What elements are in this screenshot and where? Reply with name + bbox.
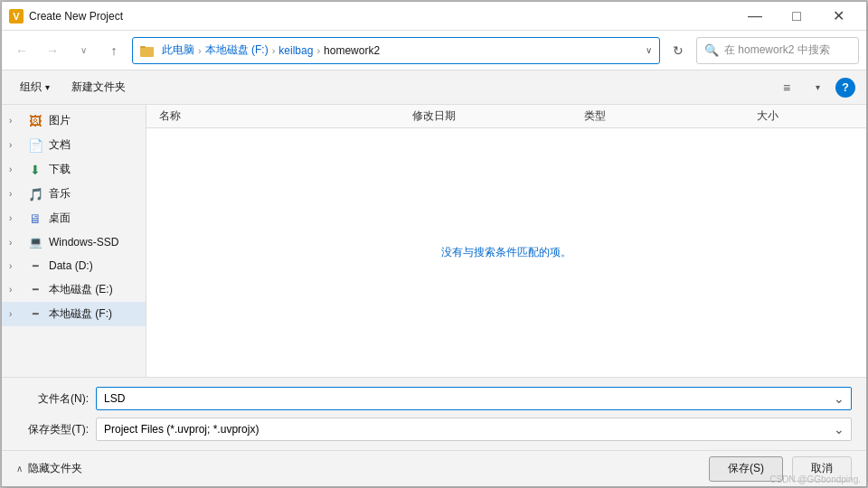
back-button[interactable]: ←	[9, 38, 34, 63]
search-box[interactable]: 🔍 在 homework2 中搜索	[696, 37, 859, 64]
expand-arrow-pictures: ›	[9, 116, 22, 126]
sidebar-label-pictures: 图片	[49, 113, 138, 128]
address-bar: ← → ∨ ↑ 此电脑 › 本地磁盘 (F:) › keilbag › home…	[2, 31, 866, 70]
toolbar-right: ≡ ▾ ?	[774, 75, 855, 100]
create-new-project-dialog: V Create New Project — □ ✕ ← → ∨ ↑ 此电脑 ›	[1, 1, 867, 487]
new-folder-button[interactable]: 新建文件夹	[64, 75, 133, 100]
search-icon: 🔍	[704, 43, 719, 57]
sidebar-item-downloads[interactable]: › ⬇ 下载	[2, 157, 146, 182]
expand-arrow-docs: ›	[9, 140, 22, 150]
expand-arrow-data-d: ›	[9, 261, 22, 271]
filetype-row: 保存类型(T): Project Files (*.uvproj; *.uvpr…	[16, 418, 852, 441]
sidebar-label-local-f: 本地磁盘 (F:)	[49, 306, 138, 322]
data-d-icon: ━	[27, 258, 43, 273]
windows-ssd-icon: 💻	[27, 235, 43, 249]
help-button[interactable]: ?	[835, 78, 855, 98]
music-icon: 🎵	[27, 187, 43, 202]
bottom-form: 文件名(N): 保存类型(T): Project Files (*.uvproj…	[2, 377, 866, 450]
local-f-icon: ━	[27, 307, 43, 322]
file-area: 名称 修改日期 类型 大小 没有与搜索条件匹配的项。	[146, 105, 866, 377]
toggle-label: 隐藏文件夹	[28, 461, 82, 476]
column-size[interactable]: 大小	[751, 105, 859, 127]
expand-arrow-downloads: ›	[9, 164, 22, 174]
column-type[interactable]: 类型	[579, 105, 751, 127]
sidebar-label-local-e: 本地磁盘 (E:)	[49, 282, 138, 297]
expand-arrow-windows-ssd: ›	[9, 238, 22, 248]
breadcrumb-homework2: homework2	[324, 44, 380, 57]
sidebar-label-windows-ssd: Windows-SSD	[49, 236, 138, 249]
filename-row: 文件名(N):	[16, 387, 852, 410]
sidebar-label-docs: 文档	[49, 137, 138, 153]
docs-icon: 📄	[27, 138, 43, 153]
expand-arrow-desktop: ›	[9, 213, 22, 223]
watermark: CSDN @GGbondping.	[769, 474, 861, 484]
sidebar-label-data-d: Data (D:)	[49, 259, 138, 272]
view-options-button[interactable]: ≡	[774, 75, 799, 100]
svg-rect-2	[140, 46, 146, 48]
sidebar-item-docs[interactable]: › 📄 文档	[2, 133, 146, 157]
toolbar: 组织 ▾ 新建文件夹 ≡ ▾ ?	[2, 70, 866, 105]
expand-arrow-local-f: ›	[9, 309, 22, 319]
sidebar-item-music[interactable]: › 🎵 音乐	[2, 182, 146, 206]
window-controls: — □ ✕	[734, 2, 859, 31]
filename-input[interactable]	[96, 387, 852, 410]
sidebar-item-pictures[interactable]: › 🖼 图片	[2, 108, 146, 133]
expand-arrow-music: ›	[9, 189, 22, 199]
minimize-button[interactable]: —	[734, 2, 776, 31]
breadcrumb-bar[interactable]: 此电脑 › 本地磁盘 (F:) › keilbag › homework2 ∨	[132, 37, 660, 64]
breadcrumb-expand[interactable]: ∨	[646, 45, 652, 55]
breadcrumb-keilbag[interactable]: keilbag	[278, 44, 313, 57]
sidebar-item-windows-ssd[interactable]: › 💻 Windows-SSD	[2, 230, 146, 254]
main-content: › 🖼 图片 › 📄 文档 › ⬇ 下载 › 🎵 音乐	[2, 105, 866, 377]
sidebar-item-local-f[interactable]: › ━ 本地磁盘 (F:)	[2, 302, 146, 326]
breadcrumb-f-drive[interactable]: 本地磁盘 (F:)	[205, 42, 269, 58]
filename-label: 文件名(N):	[16, 391, 89, 407]
file-header: 名称 修改日期 类型 大小	[146, 105, 866, 128]
maximize-button[interactable]: □	[776, 2, 817, 31]
view-dropdown-button[interactable]: ▾	[805, 75, 830, 100]
desktop-icon: 🖥	[27, 211, 43, 226]
organize-dropdown-icon: ▾	[45, 82, 50, 92]
organize-label: 组织	[20, 80, 42, 95]
dialog-title: Create New Project	[29, 10, 734, 23]
breadcrumb-pc[interactable]: 此电脑	[162, 42, 194, 58]
sidebar-label-music: 音乐	[49, 186, 138, 202]
sidebar: › 🖼 图片 › 📄 文档 › ⬇ 下载 › 🎵 音乐	[2, 105, 146, 377]
filetype-select[interactable]: Project Files (*.uvproj; *.uvprojx)	[96, 418, 852, 441]
up-button[interactable]: ↑	[101, 38, 127, 63]
sidebar-label-downloads: 下载	[49, 162, 138, 177]
search-placeholder: 在 homework2 中搜索	[724, 42, 830, 58]
toggle-hidden-folders[interactable]: ∧ 隐藏文件夹	[16, 461, 82, 476]
new-folder-label: 新建文件夹	[71, 80, 126, 95]
local-e-icon: ━	[27, 283, 43, 297]
filetype-select-wrapper: Project Files (*.uvproj; *.uvprojx)	[96, 418, 852, 441]
sidebar-item-data-d[interactable]: › ━ Data (D:)	[2, 254, 146, 277]
app-icon: V	[9, 9, 24, 23]
filename-input-wrapper	[96, 387, 852, 410]
column-name[interactable]: 名称	[154, 105, 407, 127]
sidebar-label-desktop: 桌面	[49, 211, 138, 226]
downloads-icon: ⬇	[27, 163, 43, 177]
dropdown-arrow-button[interactable]: ∨	[71, 38, 96, 63]
pictures-icon: 🖼	[27, 114, 43, 128]
file-body: 没有与搜索条件匹配的项。	[146, 128, 866, 377]
bottom-bar: ∧ 隐藏文件夹 保存(S) 取消	[2, 450, 866, 486]
organize-button[interactable]: 组织 ▾	[13, 75, 57, 100]
forward-button[interactable]: →	[40, 38, 65, 63]
column-modified[interactable]: 修改日期	[407, 105, 580, 127]
toggle-arrow: ∧	[16, 464, 23, 474]
sidebar-item-local-e[interactable]: › ━ 本地磁盘 (E:)	[2, 277, 146, 302]
filetype-label: 保存类型(T):	[16, 422, 89, 437]
sidebar-item-desktop[interactable]: › 🖥 桌面	[2, 206, 146, 230]
empty-message: 没有与搜索条件匹配的项。	[441, 245, 571, 260]
expand-arrow-local-e: ›	[9, 285, 22, 295]
folder-icon	[140, 44, 155, 57]
title-bar: V Create New Project — □ ✕	[2, 2, 866, 31]
refresh-button[interactable]: ↻	[665, 38, 691, 63]
close-button[interactable]: ✕	[817, 2, 859, 31]
